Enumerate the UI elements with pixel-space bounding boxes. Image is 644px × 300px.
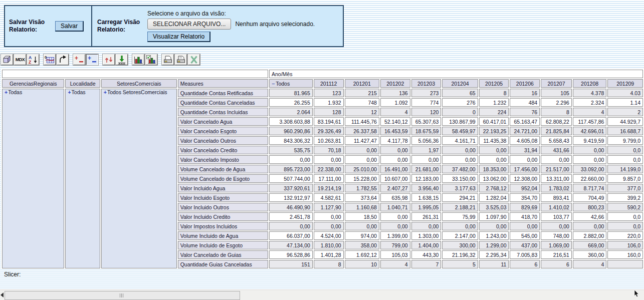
value-cell: 8.717,74 — [573, 184, 607, 192]
measure-label[interactable]: Valor Cancelado Esgoto — [178, 127, 268, 135]
dimension-member-cell-2[interactable]: +Todos SetoresComerciais — [101, 89, 177, 268]
toolbar-button-bar-chart-check-icon[interactable] — [145, 54, 157, 65]
measures-header[interactable]: Measures — [178, 79, 268, 88]
value-cell: 0,00 — [345, 155, 379, 164]
value-cell: 18.675,59 — [411, 127, 442, 135]
dimension-member-label: Todas — [8, 89, 22, 95]
toolbar-button-drill-up-down-icon[interactable] — [103, 54, 115, 65]
toolbar-button-swap-axes-icon[interactable] — [57, 54, 69, 65]
measure-label[interactable]: Volume Incluido de Agua — [178, 231, 268, 240]
measure-label[interactable]: Volume Incluido de Esgoto — [178, 241, 268, 249]
value-cell: 0,00 — [479, 222, 509, 230]
header-corner — [2, 70, 268, 78]
value-cell: 16.688,7 — [607, 127, 643, 135]
row-dimension-header-2[interactable]: SetoresComerciais — [101, 79, 177, 88]
measure-label[interactable]: Quantidade Guias Canceladas — [178, 260, 268, 268]
column-header-201204[interactable]: 201204 — [442, 79, 478, 88]
column-header-201208[interactable]: 201208 — [573, 79, 607, 88]
toolbar-button-mdx-button[interactable]: MDX — [14, 54, 26, 65]
select-file-button[interactable]: SELECIONAR ARQUIVO... — [147, 19, 231, 30]
toolbar-button-sort-az-icon[interactable]: AZ — [27, 54, 39, 65]
value-cell: 669,00 — [573, 241, 607, 249]
measure-label[interactable]: Valor Incluido Credito — [178, 212, 268, 221]
measure-label[interactable]: Valor Cancelado Imposto — [178, 155, 268, 164]
column-header-Todos[interactable]: −Todos — [269, 79, 313, 88]
value-cell: 0,00 — [411, 155, 442, 164]
value-cell: 4.117,78 — [380, 136, 410, 145]
column-header-label: 201207 — [548, 81, 565, 87]
dimension-member-cell-0[interactable]: +Todas — [2, 89, 64, 268]
column-header-201203[interactable]: 201203 — [411, 79, 442, 88]
column-header-201112[interactable]: 201112 — [314, 79, 344, 88]
toolbar-button-show-empty-cells-icon[interactable]: 0 — [44, 54, 56, 65]
row-dimension-header-0[interactable]: GerenciasRegionais — [2, 79, 64, 88]
toolbar-button-printer-icon[interactable] — [162, 54, 174, 65]
expand-icon[interactable]: + — [104, 89, 107, 95]
horizontal-scrollbar[interactable] — [0, 289, 644, 300]
measure-label[interactable]: Valor Cancelado de Guias — [178, 250, 268, 259]
toolbar-button-excel-export-icon[interactable] — [188, 54, 200, 65]
value-cell: 46.490,90 — [269, 203, 313, 211]
toolbar-button-printer-page-icon[interactable] — [175, 54, 187, 65]
value-cell: 25.010,00 — [345, 165, 379, 173]
measure-label[interactable]: Valor Incluido Agua — [178, 184, 268, 192]
dimension-member-cell-1[interactable]: +Todas — [65, 89, 100, 268]
toolbar-button-drill-through-icon[interactable] — [116, 54, 128, 65]
measure-label[interactable]: Valor Incluido Esgoto — [178, 193, 268, 202]
value-cell: 13.062,00 — [479, 174, 509, 183]
value-cell: 484 — [510, 98, 540, 107]
value-cell: 123 — [314, 89, 344, 97]
scrollbar-thumb[interactable] — [5, 291, 240, 300]
value-cell: 1.401,28 — [314, 250, 344, 259]
measure-label[interactable]: Valor Cancelado Agua — [178, 117, 268, 126]
value-cell: 2.407,27 — [380, 184, 410, 192]
column-header-201209[interactable]: 201209 — [607, 79, 643, 88]
measure-label[interactable]: Valor Incluido Outros — [178, 203, 268, 211]
column-header-201206[interactable]: 201206 — [510, 79, 540, 88]
scroll-left-arrow-icon[interactable] — [1, 292, 4, 297]
value-cell: 7.005,83 — [510, 250, 540, 259]
expand-icon[interactable]: + — [5, 89, 8, 95]
measure-label[interactable]: Valor Cancelado Credito — [178, 146, 268, 154]
column-header-201202[interactable]: 201202 — [380, 79, 410, 88]
toolbar-button-cube-icon[interactable] — [1, 54, 13, 65]
value-cell: 3.177,63 — [442, 184, 478, 192]
value-cell: 62.808,22 — [541, 117, 572, 126]
column-header-201205[interactable]: 201205 — [479, 79, 509, 88]
column-header-label: 201206 — [516, 81, 534, 87]
column-header-201207[interactable]: 201207 — [541, 79, 572, 88]
value-cell: 65 — [442, 89, 478, 97]
measure-label[interactable]: Valor Cancelado Outros — [178, 136, 268, 145]
save-button[interactable]: Salvar — [55, 21, 84, 32]
collapse-icon[interactable]: − — [272, 81, 275, 87]
measure-label[interactable]: Quantidade Contas Incluidas — [178, 108, 268, 116]
measure-label[interactable]: Quantidade Contas Canceladas — [178, 98, 268, 107]
measure-label[interactable]: Valor Impostos Incluidos — [178, 222, 268, 230]
value-cell: 16.491,00 — [380, 165, 410, 173]
value-cell: 4 — [380, 260, 410, 268]
value-cell: 6 — [541, 260, 572, 268]
column-header-201201[interactable]: 201201 — [345, 79, 379, 88]
column-dimension-title[interactable]: Ano/Mês — [269, 70, 643, 78]
value-cell: 4.524,00 — [314, 231, 344, 240]
value-cell: 105,03 — [380, 250, 410, 259]
value-cell: 0,00 — [573, 146, 607, 154]
value-cell: 1.243,00 — [479, 231, 509, 240]
toolbar-button-expand-blue-icon[interactable]: + — [86, 54, 98, 65]
mouse-cursor — [633, 289, 639, 300]
value-cell: 14.199,0 — [607, 165, 643, 173]
measure-label[interactable]: Volume Cancelado de Agua — [178, 165, 268, 173]
measure-label[interactable]: Quantidade Contas Retificadas — [178, 89, 268, 97]
view-report-button[interactable]: Visualizar Relatorio — [147, 32, 210, 42]
toolbar-button-bar-chart-icon[interactable] — [132, 54, 144, 65]
value-cell: 132.912,97 — [269, 193, 313, 202]
toolbar-button-collapse-red-icon[interactable]: + — [73, 54, 85, 65]
value-cell: 590,2 — [607, 203, 643, 211]
value-cell: 0,00 — [541, 155, 572, 164]
value-cell: 294,21 — [442, 193, 478, 202]
measure-label[interactable]: Volume Cancelado de Esgoto — [178, 174, 268, 183]
value-cell: 829,69 — [510, 203, 540, 211]
value-cell: 418,70 — [510, 212, 540, 221]
expand-icon[interactable]: + — [68, 89, 71, 95]
row-dimension-header-1[interactable]: Localidade — [65, 79, 100, 88]
